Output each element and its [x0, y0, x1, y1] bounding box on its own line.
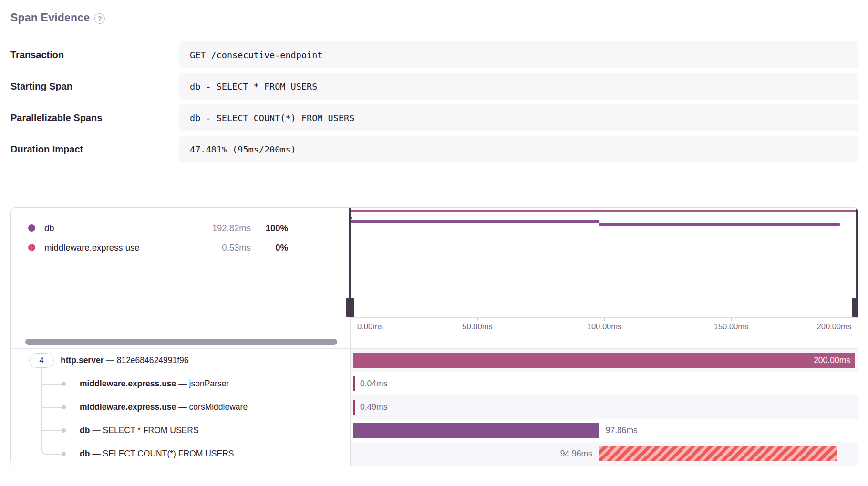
span-op: middleware.express.use —: [80, 402, 187, 412]
minimap-left-handle-grip[interactable]: [346, 298, 354, 317]
trace-minimap[interactable]: [351, 208, 858, 317]
legend-item[interactable]: middleware.express.use0.53ms0%: [28, 238, 288, 257]
legend-duration: 192.82ms: [195, 223, 251, 233]
span-tree-row[interactable]: 4http.server — 812e684624991f96: [11, 349, 350, 372]
time-axis: 0.00ms50.00ms100.00ms150.00ms200.00ms: [351, 317, 858, 335]
legend-label: db: [44, 223, 195, 233]
evidence-row: TransactionGET /consecutive-endpoint: [10, 41, 858, 68]
legend-label: middleware.express.use: [44, 243, 195, 253]
span-tree-row[interactable]: db — SELECT * FROM USERS: [11, 419, 350, 442]
evidence-row: Starting Spandb - SELECT * FROM USERS: [10, 73, 858, 100]
span-bar-track: 0.04ms: [353, 372, 855, 395]
axis-tick-label: 50.00ms: [462, 322, 492, 331]
dotted-pink-dot-icon: [28, 244, 35, 251]
minimap-span-line: [351, 220, 599, 223]
page-header: Span Evidence ?: [10, 11, 858, 24]
scrollbar-spacer: [351, 335, 858, 349]
span-op: db —: [80, 425, 101, 435]
axis-tick-mark: [731, 318, 732, 321]
span-duration-bar[interactable]: [353, 376, 355, 391]
axis-tick-label: 200.00ms: [817, 322, 851, 331]
span-tree: 4http.server — 812e684624991f96middlewar…: [11, 349, 351, 466]
legend-item[interactable]: db192.82ms100%: [28, 218, 288, 238]
span-legend: db192.82ms100%middleware.express.use0.53…: [11, 208, 351, 335]
span-duration-label: 200.00ms: [814, 353, 850, 368]
evidence-value: db - SELECT * FROM USERS: [179, 73, 858, 100]
horizontal-scrollbar-thumb[interactable]: [25, 339, 337, 345]
evidence-row: Parallelizable Spansdb - SELECT COUNT(*)…: [10, 104, 858, 131]
span-op: middleware.express.use —: [80, 379, 187, 389]
evidence-value: db - SELECT COUNT(*) FROM USERS: [179, 104, 858, 131]
axis-tick-label: 0.00ms: [357, 322, 383, 331]
horizontal-scrollbar-track: [11, 335, 351, 349]
span-duration-bar[interactable]: [353, 423, 599, 438]
legend-percent: 100%: [251, 223, 288, 233]
span-bar-track: 200.00ms: [353, 349, 855, 372]
span-bar-track: 0.49ms: [353, 395, 855, 419]
evidence-label: Duration Impact: [10, 144, 179, 155]
span-tree-row[interactable]: db — SELECT COUNT(*) FROM USERS: [11, 442, 350, 466]
evidence-value: 47.481% (95ms/200ms): [179, 136, 858, 162]
span-bar-track: 97.86ms: [353, 419, 855, 442]
solid-purple-dot-icon: [28, 224, 35, 232]
span-duration-bar[interactable]: 200.00ms: [353, 353, 855, 368]
span-duration-bars: 200.00ms0.04ms0.49ms97.86ms94.96ms: [351, 349, 858, 466]
axis-tick-label: 150.00ms: [714, 322, 748, 331]
span-waterfall-panel: db192.82ms100%middleware.express.use0.53…: [10, 207, 858, 466]
span-duration-bar[interactable]: [599, 446, 837, 461]
minimap-span-line: [351, 210, 858, 212]
span-bar-row[interactable]: 0.49ms: [351, 395, 858, 419]
legend-duration: 0.53ms: [195, 243, 251, 253]
span-op: db —: [80, 449, 101, 459]
span-tree-row[interactable]: middleware.express.use — jsonParser: [11, 372, 350, 395]
span-duration-bar[interactable]: [353, 400, 355, 415]
evidence-row: Duration Impact47.481% (95ms/200ms): [10, 136, 858, 162]
page-title: Span Evidence: [10, 11, 90, 24]
span-op: http.server —: [61, 355, 114, 365]
evidence-label: Starting Span: [10, 81, 179, 92]
span-duration-label: 0.04ms: [360, 372, 387, 395]
span-duration-label: 0.49ms: [360, 395, 387, 419]
evidence-label: Parallelizable Spans: [10, 112, 179, 123]
span-bar-track: 94.96ms: [353, 442, 855, 466]
minimap-right-handle-grip[interactable]: [852, 298, 858, 317]
question-mark-icon[interactable]: ?: [94, 13, 105, 24]
evidence-table: TransactionGET /consecutive-endpointStar…: [10, 41, 858, 162]
span-bar-row[interactable]: 0.04ms: [351, 372, 858, 395]
span-evidence-page: Span Evidence ? TransactionGET /consecut…: [0, 0, 868, 466]
span-tree-row[interactable]: middleware.express.use — corsMiddleware: [11, 395, 350, 419]
minimap-span-line: [599, 223, 840, 226]
evidence-label: Transaction: [10, 50, 179, 61]
span-bar-row[interactable]: 94.96ms: [351, 442, 858, 466]
legend-percent: 0%: [251, 243, 288, 253]
evidence-value: GET /consecutive-endpoint: [179, 41, 858, 68]
span-duration-label: 97.86ms: [606, 419, 638, 442]
span-bar-row[interactable]: 200.00ms: [351, 349, 858, 372]
axis-tick-mark: [477, 318, 478, 321]
span-children-count-badge[interactable]: 4: [29, 353, 54, 368]
span-duration-label: 94.96ms: [560, 442, 592, 466]
axis-tick-mark: [604, 318, 605, 321]
axis-tick-label: 100.00ms: [587, 322, 621, 331]
span-bar-row[interactable]: 97.86ms: [351, 419, 858, 442]
